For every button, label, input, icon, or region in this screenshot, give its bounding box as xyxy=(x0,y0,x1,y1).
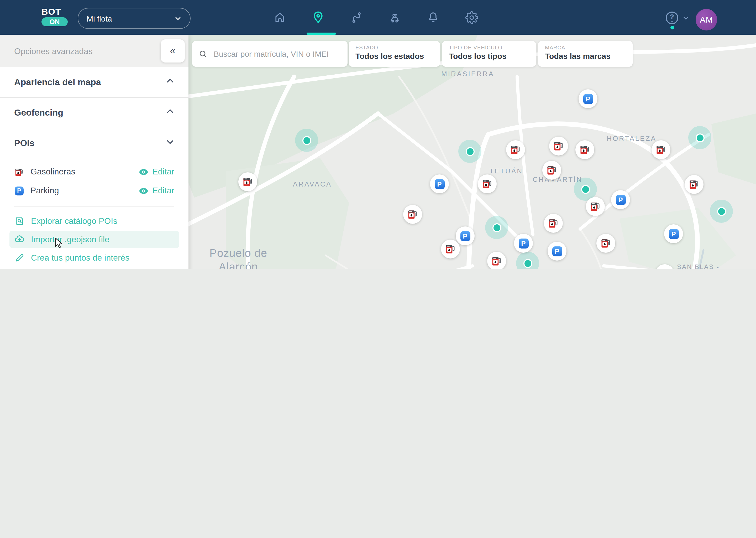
section-label: Geofencing xyxy=(14,107,63,118)
active-nav-underline xyxy=(307,32,336,35)
parking-poi-marker[interactable]: P xyxy=(547,242,566,261)
logo-text-bot: BOT xyxy=(41,7,71,16)
parking-poi-marker[interactable]: P xyxy=(514,234,533,253)
search-input[interactable] xyxy=(213,49,341,59)
divider xyxy=(14,206,174,207)
poi-layer-label: Parking xyxy=(30,186,59,195)
map-area-label: TETUÁN xyxy=(489,167,523,176)
home-nav-icon[interactable] xyxy=(273,11,287,24)
chevron-up-icon xyxy=(166,77,174,88)
edit-label: Editar xyxy=(152,167,174,177)
filter-estado[interactable]: ESTADO Todos los estados xyxy=(349,41,440,67)
edit-gasolineras-link[interactable]: Editar xyxy=(139,167,174,177)
edit-label: Editar xyxy=(152,186,174,195)
parking-poi-marker[interactable]: P xyxy=(579,89,597,108)
create-poi-link[interactable]: Crea tus puntos de interés xyxy=(10,249,179,266)
section-label: Apariencia del mapa xyxy=(14,77,101,87)
map-area-label: MIRASIERRA xyxy=(441,70,494,79)
poi-layer-gasolineras: Gasolineras Editar xyxy=(0,162,188,181)
search-icon xyxy=(199,49,208,59)
explore-poi-catalog-link[interactable]: Explorar catálogo POIs xyxy=(10,212,179,230)
boton-logo: BOT ON xyxy=(41,7,71,26)
gas-station-poi-marker[interactable] xyxy=(238,172,257,191)
vehicle-dot xyxy=(465,147,474,156)
vehicle-marker[interactable] xyxy=(688,126,711,149)
vehicle-dot xyxy=(492,223,501,232)
link-label: Explorar catálogo POIs xyxy=(31,216,117,226)
gas-station-poi-marker[interactable] xyxy=(586,197,605,216)
settings-nav-icon[interactable] xyxy=(465,11,478,24)
section-geofencing[interactable]: Geofencing xyxy=(0,98,188,128)
mouse-arrow-cursor xyxy=(55,238,64,249)
gas-station-poi-marker[interactable] xyxy=(544,214,563,233)
map-nav-icon-active[interactable] xyxy=(311,11,325,24)
gas-station-poi-marker[interactable] xyxy=(478,175,496,193)
gas-station-poi-marker[interactable] xyxy=(403,205,422,224)
vehicle-marker[interactable] xyxy=(485,216,508,239)
filter-value: Todos los estados xyxy=(355,51,433,60)
vehicle-dot xyxy=(302,136,311,145)
section-label: POIs xyxy=(14,138,35,148)
gas-station-poi-marker[interactable] xyxy=(651,140,670,159)
nav-icon-group xyxy=(273,0,478,35)
chevron-down-icon xyxy=(166,138,174,149)
eye-icon xyxy=(139,186,149,196)
filter-tipo-vehiculo[interactable]: TIPO DE VEHÍCULO Todos los tipos xyxy=(442,41,536,67)
collapse-sidebar-button[interactable]: « xyxy=(161,39,185,63)
help-menu[interactable]: ? xyxy=(665,11,689,25)
help-icon: ? xyxy=(665,11,679,25)
chevron-up-icon xyxy=(166,107,174,118)
gas-station-poi-marker[interactable] xyxy=(542,161,561,180)
gas-station-poi-marker[interactable] xyxy=(596,234,615,253)
vehicle-marker[interactable] xyxy=(295,129,318,152)
connected-car-nav-icon[interactable] xyxy=(388,11,402,24)
filter-marca[interactable]: MARCA Todas las marcas xyxy=(538,41,633,67)
svg-text:?: ? xyxy=(670,13,674,21)
sidebar-header: Opciones avanzadas « xyxy=(0,35,188,67)
chevron-down-icon xyxy=(174,15,182,22)
filter-value: Todos los tipos xyxy=(449,51,529,60)
cloud-upload-icon xyxy=(14,234,25,244)
section-pois[interactable]: POIs xyxy=(0,128,188,158)
parking-poi-marker[interactable]: P xyxy=(664,224,683,243)
fleet-selector-dropdown[interactable]: Mi flota xyxy=(78,8,191,29)
map-area-label: SAN BLAS - CANILLEJAS xyxy=(676,263,721,269)
routes-nav-icon[interactable] xyxy=(350,11,363,24)
vehicle-dot xyxy=(717,207,726,216)
advanced-options-panel: Opciones avanzadas « Apariencia del mapa… xyxy=(0,35,188,269)
filter-label: MARCA xyxy=(545,45,626,50)
user-avatar[interactable]: AM xyxy=(696,9,717,30)
parking-poi-marker[interactable]: P xyxy=(611,190,630,209)
parking-poi-marker[interactable]: P xyxy=(430,175,449,193)
edit-parking-link[interactable]: Editar xyxy=(139,186,174,196)
gas-station-poi-marker[interactable] xyxy=(487,252,506,269)
map-area-label: Pozuelo de Alarcón xyxy=(210,246,267,269)
gas-station-poi-marker[interactable] xyxy=(685,175,703,194)
map-area-label: HORTALEZA xyxy=(607,134,656,143)
gas-station-poi-marker[interactable] xyxy=(441,240,460,258)
parking-icon: P xyxy=(14,186,24,196)
map-area-label: ARAVACA xyxy=(293,180,332,189)
fleet-selector-value: Mi flota xyxy=(87,14,174,23)
section-map-appearance[interactable]: Apariencia del mapa xyxy=(0,67,188,97)
link-label: Importar .geojson file xyxy=(31,235,110,244)
link-label: Crea tus puntos de interés xyxy=(31,253,129,262)
gas-station-poi-marker[interactable] xyxy=(575,140,594,159)
gas-station-poi-marker[interactable] xyxy=(506,140,525,159)
presence-dot xyxy=(670,26,674,29)
vehicle-marker[interactable] xyxy=(458,140,481,163)
app-window: MIRASIERRAHORTALEZAARAVACATETUÁNCHAMARTÍ… xyxy=(0,0,756,269)
gas-station-poi-marker[interactable] xyxy=(549,136,568,155)
top-navigation-bar: BOT ON Mi flota xyxy=(0,0,756,35)
pencil-icon xyxy=(14,252,25,263)
vehicle-marker[interactable] xyxy=(710,200,733,223)
import-geojson-link[interactable]: Importar .geojson file xyxy=(10,231,179,248)
eye-icon xyxy=(139,167,149,177)
parking-poi-marker[interactable]: P xyxy=(456,227,475,245)
search-bar[interactable] xyxy=(192,41,348,67)
filter-value: Todas las marcas xyxy=(545,51,626,60)
notifications-nav-icon[interactable] xyxy=(426,11,440,24)
vehicle-dot xyxy=(581,185,590,193)
vehicle-dot xyxy=(523,259,532,268)
catalog-search-icon xyxy=(14,216,25,226)
